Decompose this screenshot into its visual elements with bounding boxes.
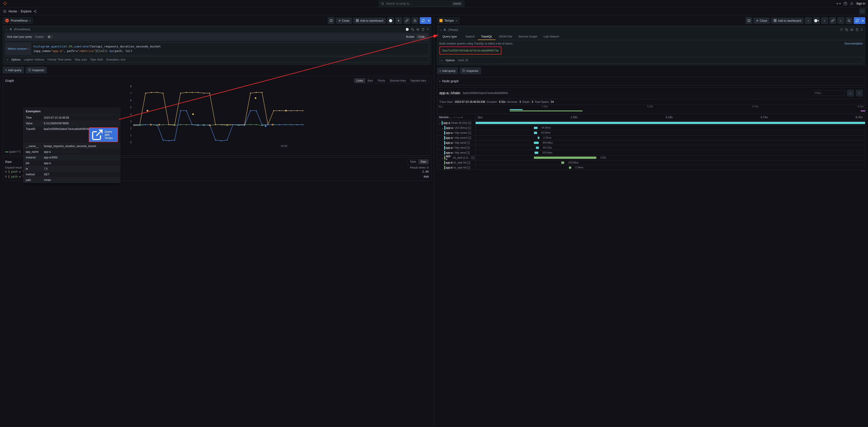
traceql-input[interactable]: 3aaf1e556fe03abcb7dcdca6dd096f3e <box>439 46 501 55</box>
span-row[interactable]: app-a / http receivlog2.15ms <box>437 135 866 140</box>
zoom-out-button[interactable] <box>846 17 852 24</box>
zoom-out-button[interactable] <box>412 17 418 24</box>
span-row[interactable]: ⌄app-a /chain (6.32s)log <box>437 121 866 125</box>
legend-item[interactable]: {path="/"} <box>5 150 21 154</box>
options-label[interactable]: Options <box>445 59 455 62</box>
drag-handle-icon[interactable]: ⠿ <box>427 28 429 31</box>
close-button[interactable]: ✕ Close <box>336 18 352 24</box>
kick-start-button[interactable]: Kick start your query <box>7 35 32 38</box>
datasource-picker-tempo[interactable]: Tempo ▾ <box>437 18 459 24</box>
add-menu[interactable]: ▾ <box>836 2 841 5</box>
time-picker[interactable]: 🕐▾ <box>813 17 820 24</box>
copy-link-button[interactable] <box>829 17 836 24</box>
expand-results[interactable]: Expand result <box>5 166 22 169</box>
query-history-icon[interactable]: 🕐 <box>405 28 409 31</box>
service-column-header[interactable]: Service ... ⌄ › ⌄⌄ » <box>437 114 475 120</box>
svg-point-68 <box>215 124 216 125</box>
inspector-button[interactable]: ⓘ Inspector <box>460 67 481 74</box>
menu-icon[interactable] <box>3 9 7 13</box>
tab-loki[interactable]: Loki Search <box>540 33 562 40</box>
options-label[interactable]: Options <box>11 58 21 61</box>
collapse-panes-button[interactable] <box>860 8 865 14</box>
toggle-visibility-icon[interactable] <box>416 28 419 31</box>
delete-query-icon[interactable] <box>856 28 859 32</box>
svg-point-99 <box>221 140 222 141</box>
breadcrumb-explore[interactable]: Explore <box>21 9 31 13</box>
span-row[interactable]: ⌄app-a / (34.35ms)log34.35ms <box>437 125 866 130</box>
rss-icon[interactable] <box>850 2 854 5</box>
toggle-visibility-icon[interactable] <box>850 28 853 32</box>
run-query-button[interactable] <box>854 17 861 24</box>
tab-service-graph[interactable]: Service Graph <box>515 33 540 40</box>
trace-next[interactable]: ↑ <box>856 90 863 96</box>
svg-text:16:55: 16:55 <box>281 144 287 147</box>
close-button[interactable]: ✕ Close <box>754 18 770 24</box>
tab-search[interactable]: Search <box>462 33 478 40</box>
trace-minimap[interactable]: 0μs 1.58s 3.16s 4.74s 6.32s <box>437 105 866 114</box>
query-collapse[interactable]: ⌄ <box>5 28 7 31</box>
share-icon[interactable] <box>33 10 37 13</box>
svg-point-44 <box>250 124 251 125</box>
time-dropdown[interactable]: ▾ <box>395 17 402 24</box>
trace-prev[interactable]: ↓ <box>847 90 854 96</box>
datasource-picker-prometheus[interactable]: Prometheus ▾ <box>3 18 33 24</box>
builder-mode[interactable]: Builder <box>404 35 416 39</box>
explain-toggle[interactable] <box>47 35 54 39</box>
tab-json[interactable]: JSON File <box>495 33 515 40</box>
copy-query-icon[interactable] <box>411 28 414 31</box>
raw-mode-toggle[interactable]: Table Raw <box>407 159 429 164</box>
span-row[interactable]: ⌄app-b /io_task (1.01s)log1.01s <box>437 155 866 160</box>
trace-find-input[interactable] <box>813 90 845 96</box>
help-icon[interactable] <box>844 2 847 5</box>
code-mode[interactable]: Code <box>416 35 427 39</box>
chart-canvas[interactable]: 01234567816:55 Exemplars Time2023-07-23 … <box>5 85 429 149</box>
run-dropdown[interactable]: ▾ <box>861 17 865 24</box>
svg-point-91 <box>174 140 175 140</box>
query-help-icon[interactable]: ⓘ <box>840 28 843 32</box>
time-fwd2-button[interactable]: › <box>837 17 844 24</box>
tab-traceql[interactable]: TraceQL <box>478 33 495 40</box>
span-row[interactable]: app-a / http sendlog64.17μs <box>437 145 866 150</box>
svg-point-67 <box>209 93 210 94</box>
promql-editor[interactable]: histogram_quantile(.99,sum(rate(fastapi_… <box>31 42 429 55</box>
span-row[interactable]: app-a / http sendlog102.04μs <box>437 150 866 155</box>
metrics-browser-button[interactable]: Metrics browser › <box>5 42 31 55</box>
copy-query-icon[interactable] <box>845 28 848 32</box>
span-row[interactable]: app-a / http sendlog304.08μs <box>437 140 866 145</box>
query-collapse[interactable]: ⌄ <box>439 28 442 31</box>
signin-link[interactable]: Sign in <box>856 2 865 5</box>
time-back-button[interactable]: ‹ <box>805 17 812 24</box>
breadcrumb-home[interactable]: Home <box>8 9 17 13</box>
query-type-label: Query type <box>439 33 460 40</box>
query-type-tabs: Query type Search TraceQL JSON File Serv… <box>439 33 863 40</box>
svg-rect-125 <box>776 20 776 20</box>
builder-code-toggle[interactable]: Builder Code <box>404 34 427 39</box>
time-fwd-button[interactable]: › <box>821 17 828 24</box>
copy-link-button[interactable] <box>403 17 410 24</box>
time-picker[interactable]: 🕐 <box>387 17 394 24</box>
span-row[interactable]: app-b /io_task httlog123.58μs <box>437 160 866 165</box>
add-query-button[interactable]: + Add query <box>437 67 458 74</box>
span-row[interactable]: app-b /io_task httlog2.78ms <box>437 165 866 170</box>
run-dropdown[interactable]: ▾ <box>427 17 431 24</box>
svg-point-13 <box>417 29 418 30</box>
add-to-dashboard-button[interactable]: Add to dashboard <box>771 18 804 24</box>
svg-point-98 <box>215 140 216 140</box>
drag-handle-icon[interactable]: ⠿ <box>861 28 863 32</box>
documentation-link[interactable]: Documentation <box>844 42 863 45</box>
inspector-button[interactable]: ⓘ Inspector <box>26 67 47 73</box>
split-button[interactable] <box>745 17 752 24</box>
add-to-dashboard-button[interactable]: Add to dashboard <box>353 18 386 24</box>
run-query-button[interactable] <box>420 17 427 24</box>
grafana-logo[interactable] <box>3 1 7 6</box>
query-with-tempo-button[interactable]: Query with Tempo <box>89 127 118 142</box>
search-input[interactable] <box>386 2 451 5</box>
svg-rect-12 <box>412 29 414 31</box>
add-query-button[interactable]: + Add query <box>3 67 24 73</box>
node-graph-section[interactable]: › Node graph <box>437 77 866 86</box>
chart-mode-toggle[interactable]: Lines Bars Points Stacked lines Stacked … <box>354 78 429 83</box>
global-search[interactable]: cmd+k <box>379 1 465 6</box>
delete-query-icon[interactable] <box>422 28 425 31</box>
span-row[interactable]: app-a / http receivlog29.29ms <box>437 130 866 135</box>
split-button[interactable] <box>328 17 335 24</box>
